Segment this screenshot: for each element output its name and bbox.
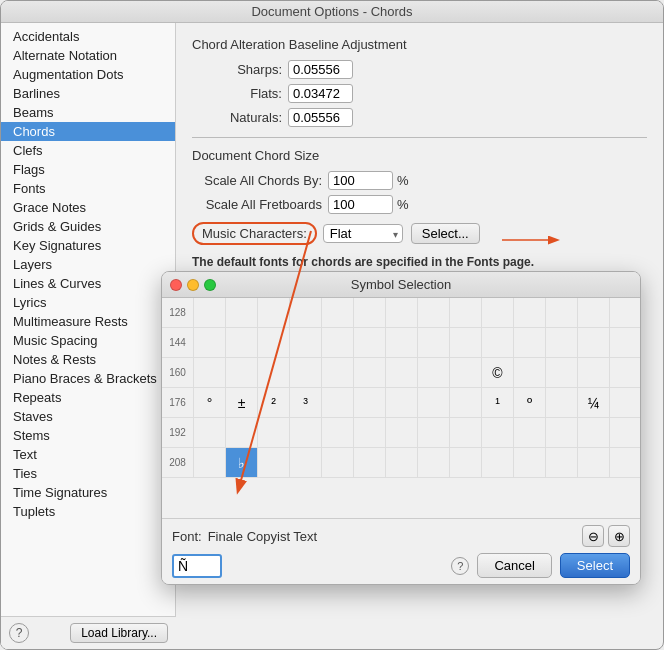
- grid-cell-139[interactable]: [546, 298, 578, 328]
- sidebar-item-flags[interactable]: Flags: [1, 160, 175, 179]
- grid-cell-152[interactable]: [450, 328, 482, 358]
- sidebar-item-time-signatures[interactable]: Time Signatures: [1, 483, 175, 502]
- sidebar-item-barlines[interactable]: Barlines: [1, 84, 175, 103]
- grid-cell-172[interactable]: [578, 358, 610, 388]
- grid-cell-173[interactable]: [610, 358, 640, 388]
- grid-cell-128[interactable]: [194, 298, 226, 328]
- grid-cell-219[interactable]: [546, 448, 578, 478]
- grid-cell-177[interactable]: ±: [226, 388, 258, 418]
- grid-cell-210[interactable]: [258, 448, 290, 478]
- grid-cell-217[interactable]: [482, 448, 514, 478]
- cancel-button[interactable]: Cancel: [477, 553, 551, 578]
- grid-cell-133[interactable]: [354, 298, 386, 328]
- grid-cell-211[interactable]: [290, 448, 322, 478]
- sidebar-item-fonts[interactable]: Fonts: [1, 179, 175, 198]
- grid-cell-197[interactable]: [354, 418, 386, 448]
- grid-cell-187[interactable]: [546, 388, 578, 418]
- grid-cell-157[interactable]: [610, 328, 640, 358]
- scale-chords-input[interactable]: [328, 171, 393, 190]
- sidebar-item-layers[interactable]: Layers: [1, 255, 175, 274]
- grid-cell-170[interactable]: [514, 358, 546, 388]
- grid-cell-162[interactable]: [258, 358, 290, 388]
- sidebar-item-lines---curves[interactable]: Lines & Curves: [1, 274, 175, 293]
- grid-cell-148[interactable]: [322, 328, 354, 358]
- grid-cell-208[interactable]: [194, 448, 226, 478]
- grid-cell-188[interactable]: ¼: [578, 388, 610, 418]
- grid-cell-136[interactable]: [450, 298, 482, 328]
- grid-cell-147[interactable]: [290, 328, 322, 358]
- sidebar-item-notes---rests[interactable]: Notes & Rests: [1, 350, 175, 369]
- grid-cell-185[interactable]: ¹: [482, 388, 514, 418]
- naturals-input[interactable]: [288, 108, 353, 127]
- grid-cell-189[interactable]: [610, 388, 640, 418]
- sidebar-help-button[interactable]: ?: [9, 623, 29, 643]
- sidebar-item-clefs[interactable]: Clefs: [1, 141, 175, 160]
- grid-cell-137[interactable]: [482, 298, 514, 328]
- grid-cell-154[interactable]: [514, 328, 546, 358]
- close-button[interactable]: [170, 279, 182, 291]
- symbol-grid-container[interactable]: 128144160©®176°±²³¹º¼192208♭: [162, 298, 640, 518]
- grid-cell-194[interactable]: [258, 418, 290, 448]
- grid-cell-134[interactable]: [386, 298, 418, 328]
- sidebar-item-piano-braces---brackets[interactable]: Piano Braces & Brackets: [1, 369, 175, 388]
- grid-cell-193[interactable]: [226, 418, 258, 448]
- sidebar-item-stems[interactable]: Stems: [1, 426, 175, 445]
- char-input[interactable]: [172, 554, 222, 578]
- grid-cell-156[interactable]: [578, 328, 610, 358]
- grid-cell-146[interactable]: [258, 328, 290, 358]
- grid-cell-201[interactable]: [482, 418, 514, 448]
- sidebar-item-key-signatures[interactable]: Key Signatures: [1, 236, 175, 255]
- grid-cell-135[interactable]: [418, 298, 450, 328]
- grid-cell-213[interactable]: [354, 448, 386, 478]
- grid-cell-171[interactable]: [546, 358, 578, 388]
- grid-cell-130[interactable]: [258, 298, 290, 328]
- grid-cell-169[interactable]: ©: [482, 358, 514, 388]
- sidebar-item-grace-notes[interactable]: Grace Notes: [1, 198, 175, 217]
- zoom-in-button[interactable]: ⊕: [608, 525, 630, 547]
- music-chars-select[interactable]: Flat Sharp Natural: [323, 224, 403, 243]
- grid-cell-164[interactable]: [322, 358, 354, 388]
- sidebar-item-grids---guides[interactable]: Grids & Guides: [1, 217, 175, 236]
- grid-cell-141[interactable]: [610, 298, 640, 328]
- scale-fretboards-input[interactable]: [328, 195, 393, 214]
- grid-cell-161[interactable]: [226, 358, 258, 388]
- grid-cell-184[interactable]: [450, 388, 482, 418]
- grid-cell-151[interactable]: [418, 328, 450, 358]
- grid-cell-214[interactable]: [386, 448, 418, 478]
- grid-cell-181[interactable]: [354, 388, 386, 418]
- minimize-button[interactable]: [187, 279, 199, 291]
- grid-cell-200[interactable]: [450, 418, 482, 448]
- grid-cell-140[interactable]: [578, 298, 610, 328]
- grid-cell-196[interactable]: [322, 418, 354, 448]
- grid-cell-221[interactable]: [610, 448, 640, 478]
- sidebar-item-beams[interactable]: Beams: [1, 103, 175, 122]
- grid-cell-129[interactable]: [226, 298, 258, 328]
- grid-cell-195[interactable]: [290, 418, 322, 448]
- sidebar-item-chords[interactable]: Chords: [1, 122, 175, 141]
- grid-cell-182[interactable]: [386, 388, 418, 418]
- sidebar-item-ties[interactable]: Ties: [1, 464, 175, 483]
- grid-cell-186[interactable]: º: [514, 388, 546, 418]
- sidebar-item-repeats[interactable]: Repeats: [1, 388, 175, 407]
- grid-cell-145[interactable]: [226, 328, 258, 358]
- grid-cell-180[interactable]: [322, 388, 354, 418]
- dialog-help-button[interactable]: ?: [451, 557, 469, 575]
- sidebar-item-text[interactable]: Text: [1, 445, 175, 464]
- grid-cell-183[interactable]: [418, 388, 450, 418]
- zoom-out-button[interactable]: ⊖: [582, 525, 604, 547]
- sidebar-item-staves[interactable]: Staves: [1, 407, 175, 426]
- grid-cell-192[interactable]: [194, 418, 226, 448]
- grid-cell-163[interactable]: [290, 358, 322, 388]
- sidebar-item-lyrics[interactable]: Lyrics: [1, 293, 175, 312]
- grid-cell-209[interactable]: ♭: [226, 448, 258, 478]
- grid-cell-149[interactable]: [354, 328, 386, 358]
- grid-cell-216[interactable]: [450, 448, 482, 478]
- grid-cell-218[interactable]: [514, 448, 546, 478]
- grid-cell-155[interactable]: [546, 328, 578, 358]
- grid-cell-168[interactable]: [450, 358, 482, 388]
- grid-cell-178[interactable]: ²: [258, 388, 290, 418]
- grid-cell-131[interactable]: [290, 298, 322, 328]
- zoom-button[interactable]: [204, 279, 216, 291]
- grid-cell-204[interactable]: [578, 418, 610, 448]
- select-chars-button[interactable]: Select...: [411, 223, 480, 244]
